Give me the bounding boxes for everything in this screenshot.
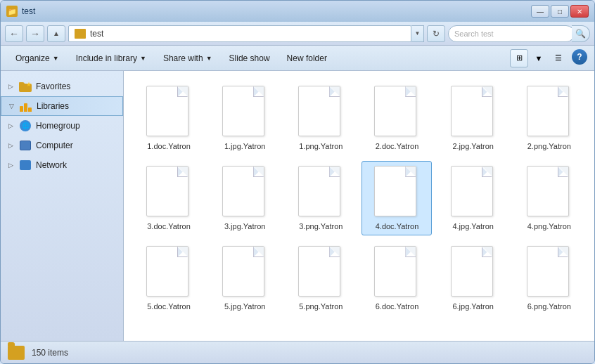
file-item[interactable]: 4.jpg.Yatron — [438, 161, 508, 235]
file-name: 4.jpg.Yatron — [452, 222, 494, 230]
favorites-label: Favorites — [36, 82, 70, 91]
doc-fold — [406, 247, 416, 256]
doc-page-icon — [298, 246, 340, 297]
file-name: 6.doc.Yatron — [376, 302, 419, 311]
doc-fold — [330, 86, 340, 96]
sidebar-item-homegroup[interactable]: ▷ 🌐 Homegroup — [1, 116, 123, 136]
file-item[interactable]: 4.doc.Yatron — [362, 161, 432, 235]
minimize-button[interactable]: — — [531, 5, 549, 18]
doc-page-icon — [451, 246, 493, 297]
help-button[interactable]: ? — [572, 49, 587, 65]
file-name: 6.png.Yatron — [527, 302, 571, 311]
view-tiles-button[interactable]: ⊞ — [510, 49, 528, 67]
path-text: test — [90, 29, 103, 39]
forward-button[interactable]: → — [26, 25, 44, 42]
file-item[interactable]: 2.doc.Yatron — [362, 81, 432, 155]
doc-page-icon — [146, 246, 188, 297]
search-button[interactable]: 🔍 — [572, 25, 590, 42]
doc-page-icon — [222, 246, 264, 297]
file-icon — [374, 166, 419, 219]
file-name: 2.jpg.Yatron — [452, 142, 494, 150]
back-button[interactable]: ← — [5, 25, 23, 42]
file-item[interactable]: 1.jpg.Yatron — [210, 81, 280, 155]
file-item[interactable]: 3.jpg.Yatron — [210, 161, 280, 235]
network-label: Network — [36, 160, 67, 170]
file-icon — [374, 246, 419, 299]
include-library-label: Include in library — [76, 53, 137, 63]
file-icon — [146, 246, 191, 299]
sidebar-item-favorites[interactable]: ▷ ★ Favorites — [1, 77, 123, 96]
file-item[interactable]: 6.jpg.Yatron — [438, 241, 508, 316]
up-button[interactable]: ▲ — [47, 25, 65, 42]
window-title: test — [22, 6, 531, 16]
doc-fold — [482, 86, 492, 96]
file-item[interactable]: 3.doc.Yatron — [134, 161, 204, 235]
toolbar: Organize ▼ Include in library ▼ Share wi… — [1, 46, 594, 71]
window-icon: 📁 — [6, 6, 18, 17]
homegroup-expand: ▷ — [6, 122, 15, 130]
view-details-button[interactable]: ☰ — [549, 49, 568, 67]
file-name: 4.doc.Yatron — [376, 222, 419, 230]
file-icon — [374, 86, 419, 139]
refresh-button[interactable]: ↻ — [427, 25, 445, 42]
file-icon — [146, 86, 191, 139]
file-item[interactable]: 6.png.Yatron — [514, 241, 584, 316]
file-item[interactable]: 5.png.Yatron — [286, 241, 356, 316]
file-item[interactable]: 3.png.Yatron — [286, 161, 356, 235]
include-library-button[interactable]: Include in library ▼ — [68, 48, 154, 68]
organize-label: Organize — [15, 53, 50, 63]
maximize-button[interactable]: □ — [551, 5, 569, 18]
file-icon — [451, 86, 496, 139]
doc-fold — [330, 247, 340, 256]
content-area[interactable]: 1.doc.Yatron1.jpg.Yatron1.png.Yatron2.do… — [124, 71, 594, 341]
view-chevron-button[interactable]: ▼ — [530, 49, 548, 67]
doc-page-icon — [527, 166, 569, 216]
path-folder-icon — [75, 29, 86, 39]
favorites-icon: ★ — [19, 81, 32, 92]
doc-page-icon — [527, 86, 569, 136]
file-name: 3.jpg.Yatron — [224, 222, 266, 230]
file-icon — [451, 246, 496, 299]
homegroup-icon: 🌐 — [19, 120, 32, 131]
file-item[interactable]: 4.png.Yatron — [514, 161, 584, 235]
file-item[interactable]: 5.doc.Yatron — [134, 241, 204, 316]
file-item[interactable]: 6.doc.Yatron — [362, 241, 432, 316]
status-bar: 150 items — [1, 341, 594, 363]
computer-expand: ▷ — [6, 141, 15, 150]
explorer-window: 📁 test — □ ✕ ← → ▲ test ▼ ↻ Search test … — [0, 0, 595, 364]
file-item[interactable]: 2.png.Yatron — [514, 81, 584, 155]
status-item-count: 150 items — [32, 348, 68, 358]
window-controls: — □ ✕ — [531, 5, 589, 18]
file-item[interactable]: 1.doc.Yatron — [134, 81, 204, 155]
doc-fold — [482, 167, 492, 176]
share-with-button[interactable]: Share with ▼ — [155, 48, 220, 68]
doc-fold — [482, 247, 492, 256]
doc-page-icon — [374, 246, 416, 297]
close-button[interactable]: ✕ — [570, 5, 589, 18]
file-item[interactable]: 5.jpg.Yatron — [210, 241, 280, 316]
file-icon — [527, 166, 572, 219]
title-bar: 📁 test — □ ✕ — [1, 1, 594, 22]
file-name: 5.doc.Yatron — [147, 302, 191, 311]
doc-page-icon — [451, 86, 493, 136]
homegroup-label: Homegroup — [36, 121, 80, 131]
slide-show-button[interactable]: Slide show — [222, 48, 278, 68]
address-path[interactable]: test — [68, 25, 411, 42]
doc-page-icon — [374, 166, 416, 216]
sidebar-item-network[interactable]: ▷ Network — [1, 155, 123, 175]
file-name: 2.doc.Yatron — [376, 142, 419, 150]
doc-fold — [406, 86, 416, 96]
file-name: 1.doc.Yatron — [147, 142, 191, 150]
sidebar-item-libraries[interactable]: ▽ Libraries — [1, 96, 123, 116]
doc-page-icon — [527, 246, 569, 297]
file-item[interactable]: 2.jpg.Yatron — [438, 81, 508, 155]
main-area: ▷ ★ Favorites ▽ — [1, 71, 594, 341]
file-icon — [222, 166, 267, 219]
doc-fold — [254, 247, 264, 256]
new-folder-button[interactable]: New folder — [279, 48, 335, 68]
sidebar-item-computer[interactable]: ▷ Computer — [1, 136, 123, 155]
search-box[interactable]: Search test — [448, 25, 575, 42]
address-dropdown[interactable]: ▼ — [411, 25, 424, 42]
organize-button[interactable]: Organize ▼ — [8, 48, 67, 68]
file-item[interactable]: 1.png.Yatron — [286, 81, 356, 155]
